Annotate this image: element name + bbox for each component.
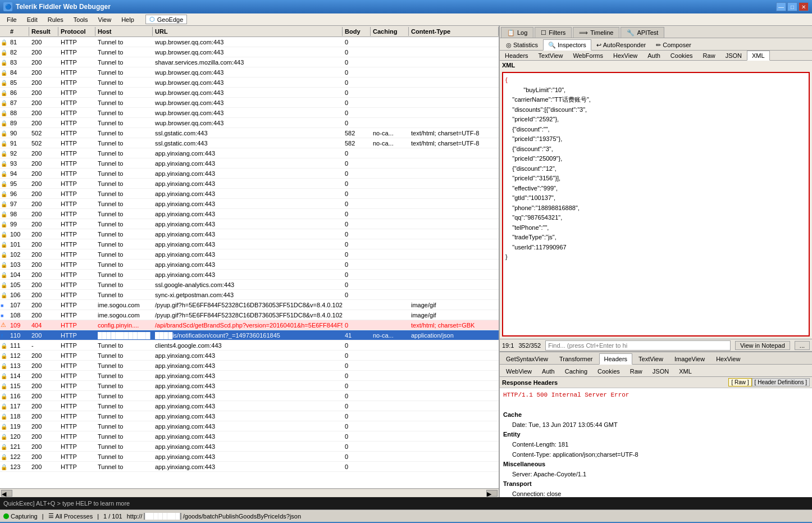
tab-inspectors[interactable]: 🔍 Inspectors bbox=[543, 39, 591, 51]
entity-section-header: Entity bbox=[503, 430, 809, 440]
table-row[interactable]: 🔒 85 200 HTTP Tunnel to wup.browser.qq.c… bbox=[0, 78, 499, 88]
close-btn[interactable]: ✕ bbox=[799, 2, 809, 11]
scroll-right-btn[interactable]: ▶ bbox=[486, 490, 498, 497]
table-row[interactable]: 🔒 102 200 HTTP Tunnel to app.yinxiang.co… bbox=[0, 249, 499, 260]
req-tab-cookies[interactable]: Cookies bbox=[665, 51, 698, 60]
resp-tab-headers[interactable]: Headers bbox=[599, 353, 633, 365]
table-row[interactable]: 🔒 97 200 HTTP Tunnel to app.yinxiang.com… bbox=[0, 199, 499, 209]
tab-log[interactable]: 📋 Log bbox=[501, 27, 533, 38]
req-tab-hexview[interactable]: HexView bbox=[608, 51, 642, 60]
menu-help[interactable]: Help bbox=[117, 15, 139, 24]
table-row[interactable]: 🔒 118 200 HTTP Tunnel to app.yinxiang.co… bbox=[0, 411, 499, 421]
minimize-btn[interactable]: — bbox=[776, 2, 786, 11]
scroll-left-btn[interactable]: ◀ bbox=[1, 490, 12, 497]
table-row[interactable]: ↑ 110 200 HTTP ████████████ ████is/notif… bbox=[0, 330, 499, 340]
resp-tab-json[interactable]: JSON bbox=[647, 366, 674, 376]
table-row[interactable]: 🔒 112 200 HTTP Tunnel to app.yinxiang.co… bbox=[0, 351, 499, 361]
table-row[interactable]: ■ 107 200 HTTP ime.sogou.com /pyup.gif?h… bbox=[0, 300, 499, 310]
resp-tab-caching[interactable]: Caching bbox=[560, 366, 592, 376]
row-host: Tunnel to bbox=[95, 200, 153, 208]
table-row[interactable]: 🔒 95 200 HTTP Tunnel to app.yinxiang.com… bbox=[0, 179, 499, 189]
req-tab-webforms[interactable]: WebForms bbox=[568, 51, 608, 60]
resp-tab-xml[interactable]: XML bbox=[674, 366, 697, 376]
req-tab-xml[interactable]: XML bbox=[747, 51, 770, 61]
table-row[interactable]: 🔒 81 200 HTTP Tunnel to wup.browser.qq.c… bbox=[0, 37, 499, 47]
table-row[interactable]: 🔒 100 200 HTTP Tunnel to app.yinxiang.co… bbox=[0, 229, 499, 239]
maximize-btn[interactable]: □ bbox=[787, 2, 797, 11]
table-row[interactable]: 🔒 96 200 HTTP Tunnel to app.yinxiang.com… bbox=[0, 189, 499, 199]
table-row[interactable]: 🔒 91 502 HTTP Tunnel to ssl.gstatic.com:… bbox=[0, 138, 499, 148]
tab-statistics[interactable]: ◎ Statistics bbox=[501, 39, 543, 50]
table-row[interactable]: 🔒 82 200 HTTP Tunnel to wup.browser.qq.c… bbox=[0, 47, 499, 57]
table-row[interactable]: 🔒 106 200 HTTP Tunnel to sync-xi.getpost… bbox=[0, 290, 499, 300]
find-input[interactable] bbox=[545, 340, 731, 351]
resp-tab-cookies[interactable]: Cookies bbox=[592, 366, 625, 376]
table-row[interactable]: 🔒 120 200 HTTP Tunnel to app.yinxiang.co… bbox=[0, 431, 499, 442]
tab-composer[interactable]: ✏ Composer bbox=[651, 39, 696, 50]
horizontal-scrollbar[interactable]: ◀ ▶ bbox=[0, 488, 499, 497]
tab-filters[interactable]: ☐ Filters bbox=[535, 27, 572, 38]
tab-apitest[interactable]: 🔧 APITest bbox=[621, 27, 664, 38]
table-row[interactable]: 🔒 101 200 HTTP Tunnel to app.yinxiang.co… bbox=[0, 239, 499, 249]
header-definitions-btn[interactable]: [ Header Definitions ] bbox=[752, 378, 810, 386]
resp-tab-textview[interactable]: TextView bbox=[633, 353, 668, 364]
req-tab-json[interactable]: JSON bbox=[720, 51, 747, 60]
tab-autoresponder[interactable]: ↩ AutoResponder bbox=[591, 39, 651, 50]
table-row[interactable]: 🔒 111 - HTTP Tunnel to clients4.google.c… bbox=[0, 340, 499, 351]
table-row[interactable]: 🔒 121 200 HTTP Tunnel to app.yinxiang.co… bbox=[0, 442, 499, 452]
table-row[interactable]: 🔒 90 502 HTTP Tunnel to ssl.gstatic.com:… bbox=[0, 128, 499, 138]
row-host: Tunnel to bbox=[95, 38, 153, 46]
table-row[interactable]: 🔒 89 200 HTTP Tunnel to wup.browser.qq.c… bbox=[0, 118, 499, 128]
row-host: Tunnel to bbox=[95, 382, 153, 390]
resp-tab-transformer[interactable]: Transformer bbox=[554, 353, 598, 364]
table-row[interactable]: 🔒 92 200 HTTP Tunnel to app.yinxiang.com… bbox=[0, 148, 499, 158]
table-row[interactable]: 🔒 114 200 HTTP Tunnel to app.yinxiang.co… bbox=[0, 371, 499, 381]
resp-tab-imageview[interactable]: ImageView bbox=[669, 353, 710, 364]
table-row[interactable]: 🔒 119 200 HTTP Tunnel to app.yinxiang.co… bbox=[0, 421, 499, 431]
resp-tab-auth[interactable]: Auth bbox=[537, 366, 560, 376]
table-row[interactable]: 🔒 104 200 HTTP Tunnel to app.yinxiang.co… bbox=[0, 270, 499, 280]
menu-file[interactable]: File bbox=[2, 15, 21, 24]
req-tab-auth[interactable]: Auth bbox=[642, 51, 665, 60]
table-row[interactable]: 🔒 93 200 HTTP Tunnel to app.yinxiang.com… bbox=[0, 158, 499, 169]
view-in-notepad-btn[interactable]: View in Notepad bbox=[735, 341, 790, 350]
table-row[interactable]: 🔒 87 200 HTTP Tunnel to wup.browser.qq.c… bbox=[0, 98, 499, 108]
table-row[interactable]: ■ 108 200 HTTP ime.sogou.com /pyup.gif?h… bbox=[0, 310, 499, 320]
scroll-track[interactable] bbox=[12, 490, 486, 497]
row-protocol: HTTP bbox=[58, 230, 95, 238]
table-row[interactable]: 🔒 116 200 HTTP Tunnel to app.yinxiang.co… bbox=[0, 391, 499, 401]
table-row[interactable]: 🔒 105 200 HTTP Tunnel to ssl.google-anal… bbox=[0, 280, 499, 290]
menu-view[interactable]: View bbox=[94, 15, 116, 24]
more-options-btn[interactable]: ... bbox=[795, 341, 810, 350]
resp-tab-webview[interactable]: WebView bbox=[501, 366, 537, 376]
req-tab-raw[interactable]: Raw bbox=[698, 51, 720, 60]
table-row[interactable]: 🔒 88 200 HTTP Tunnel to wup.browser.qq.c… bbox=[0, 108, 499, 118]
resp-tab-getsyntaxview[interactable]: GetSyntaxView bbox=[501, 353, 553, 364]
row-caching bbox=[371, 365, 409, 366]
menu-tools[interactable]: Tools bbox=[69, 15, 93, 24]
table-row[interactable]: 🔒 83 200 HTTP Tunnel to shavar.services.… bbox=[0, 57, 499, 67]
tab-timeline[interactable]: ⟹ Timeline bbox=[573, 27, 619, 38]
req-tab-textview[interactable]: TextView bbox=[533, 51, 568, 60]
row-result: 200 bbox=[29, 230, 58, 238]
table-row[interactable]: 🔒 103 200 HTTP Tunnel to app.yinxiang.co… bbox=[0, 260, 499, 270]
table-row[interactable]: ⚠ 109 404 HTTP config.pinyin.... /api/br… bbox=[0, 320, 499, 330]
resp-tab-hexview[interactable]: HexView bbox=[711, 353, 745, 364]
table-row[interactable]: 🔒 123 200 HTTP Tunnel to app.yinxiang.co… bbox=[0, 462, 499, 472]
table-row[interactable]: 🔒 115 200 HTTP Tunnel to app.yinxiang.co… bbox=[0, 381, 499, 391]
table-row[interactable]: 🔒 86 200 HTTP Tunnel to wup.browser.qq.c… bbox=[0, 88, 499, 98]
xml-content-area[interactable]: { "buyLimit":"10", "carrierName":"TT话费账号… bbox=[502, 72, 810, 336]
menu-rules[interactable]: Rules bbox=[43, 15, 68, 24]
table-row[interactable]: 🔒 99 200 HTTP Tunnel to app.yinxiang.com… bbox=[0, 219, 499, 229]
table-row[interactable]: 🔒 122 200 HTTP Tunnel to app.yinxiang.co… bbox=[0, 452, 499, 462]
row-host: Tunnel to bbox=[95, 422, 153, 430]
table-row[interactable]: 🔒 117 200 HTTP Tunnel to app.yinxiang.co… bbox=[0, 401, 499, 411]
table-row[interactable]: 🔒 84 200 HTTP Tunnel to wup.browser.qq.c… bbox=[0, 67, 499, 78]
table-row[interactable]: 🔒 98 200 HTTP Tunnel to app.yinxiang.com… bbox=[0, 209, 499, 219]
req-tab-headers[interactable]: Headers bbox=[500, 51, 533, 60]
resp-tab-raw[interactable]: Raw bbox=[625, 366, 647, 376]
menu-edit[interactable]: Edit bbox=[22, 15, 42, 24]
table-row[interactable]: 🔒 94 200 HTTP Tunnel to app.yinxiang.com… bbox=[0, 169, 499, 179]
raw-button[interactable]: [ Raw ] bbox=[728, 378, 751, 386]
table-row[interactable]: 🔒 113 200 HTTP Tunnel to app.yinxiang.co… bbox=[0, 361, 499, 371]
